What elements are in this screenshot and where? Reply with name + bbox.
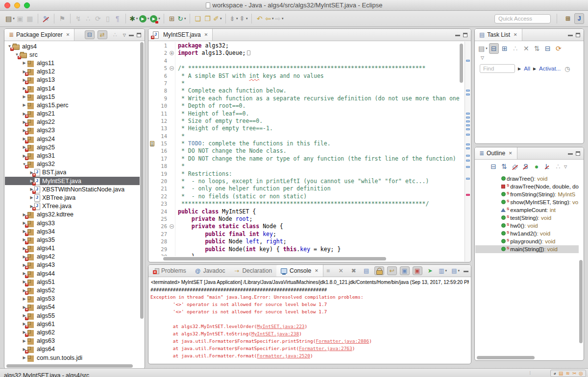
previous-annotation-icon[interactable]: ⇟▾ [229, 13, 239, 24]
new-task-icon[interactable]: ▤▾ [478, 43, 488, 54]
collapse-all-icon[interactable]: ⊟ [489, 161, 498, 172]
open-resource-icon[interactable]: ❐ [203, 13, 213, 24]
maximize-view-icon[interactable] [463, 33, 467, 37]
build-all-icon[interactable]: ↯ [74, 13, 83, 24]
outline-item-exampleCount[interactable]: SexampleCount : int [475, 206, 579, 214]
synchronize-icon[interactable]: ⟳ [554, 43, 564, 54]
external-tools-icon[interactable]: ✐▾ [213, 13, 222, 24]
info-marker[interactable] [466, 90, 470, 92]
info-marker[interactable] [466, 128, 470, 130]
tree-item-algs31[interactable]: ▶algs31 [5, 151, 140, 160]
word-wrap-icon[interactable]: ↩ [387, 266, 397, 275]
mylyn-book-icon[interactable]: ▤ [559, 371, 563, 376]
fold-column[interactable] [169, 238, 175, 245]
tree-item-algs62[interactable]: ▶algs62 [5, 328, 140, 336]
outline-item-hw1and2-[interactable]: Shw1and2() : void [475, 230, 579, 237]
view-menu-icon[interactable]: ▽ [564, 165, 567, 169]
expand-arrow-icon[interactable]: ▶ [533, 67, 536, 71]
warning-marker[interactable] [466, 194, 470, 196]
outline-vscrollbar[interactable] [579, 260, 583, 343]
new-untitled-file-icon[interactable]: ▯ [103, 13, 113, 24]
editor-vscrollbar[interactable] [460, 44, 463, 83]
code-editor-area[interactable]: 1package algs32;2+import algs13.Queue;45… [149, 42, 460, 256]
collapse-all-icon[interactable]: ⊟ [85, 30, 95, 39]
tree-item-algs61[interactable]: ▶algs61 [5, 320, 140, 328]
console-tab-console[interactable]: Console✕ [276, 265, 323, 277]
outline-item-main-String-[interactable]: Smain(String[]) : void [475, 245, 579, 253]
expand-arrow-icon[interactable]: ▶ [22, 94, 27, 99]
fold-collapse-icon[interactable]: − [170, 66, 174, 71]
info-marker[interactable] [466, 113, 470, 115]
fold-column[interactable] [169, 185, 175, 192]
expand-arrow-icon[interactable]: ▶ [22, 339, 27, 343]
hide-static-members-icon[interactable]: S [521, 161, 531, 172]
stacktrace-link[interactable]: Formatter.java:2763 [299, 346, 352, 351]
new-wizard-icon[interactable]: ▤▾ [5, 13, 15, 24]
stacktrace-link[interactable]: Formatter.java:2520 [257, 353, 310, 358]
fold-column[interactable] [169, 147, 175, 155]
fold-column[interactable] [169, 102, 175, 110]
view-menu-dots-icon[interactable]: ∴ [553, 161, 563, 172]
tree-item-MyIntSET.java[interactable]: ▶MyIntSET.java [5, 177, 140, 185]
maximize-view-icon[interactable] [576, 33, 580, 37]
fold-column[interactable] [169, 178, 175, 185]
scheduled-view-icon[interactable]: ⊞ [500, 43, 510, 54]
info-marker[interactable] [466, 60, 470, 62]
hide-fields-icon[interactable]: ◇ [510, 161, 520, 172]
package-explorer-vscrollbar[interactable] [140, 42, 144, 319]
package-explorer-tab[interactable]: ≣ Package Explorer ✕ [4, 29, 74, 41]
fold-column[interactable] [169, 80, 175, 87]
quick-access-input[interactable] [494, 14, 551, 24]
back-icon[interactable]: ⇦▾ [265, 13, 274, 24]
fold-column[interactable]: − [169, 223, 175, 230]
tree-item-algs15.perc[interactable]: ▶algs15.perc [5, 101, 140, 109]
run-last-tool-icon[interactable]: ∴ [83, 13, 93, 24]
tree-item-XBSTWithNonStaticNode.java[interactable]: ▶XBSTWithNonStaticNode.java [5, 185, 140, 193]
usage-globe-icon[interactable]: ◕ [553, 371, 556, 376]
expand-arrow-icon[interactable]: ▶ [22, 297, 27, 301]
tree-item-XBTree.java[interactable]: ▶XBTree.java [5, 193, 140, 202]
debug-icon[interactable]: ✱▾ [129, 13, 139, 24]
tree-item-algs53[interactable]: ▶algs53 [5, 295, 140, 303]
tree-item-algs22[interactable]: ▶algs22 [5, 118, 140, 126]
java-perspective-icon[interactable]: J [574, 13, 584, 24]
open-task-icon[interactable]: ⚑ [57, 13, 67, 24]
expand-arrow-icon[interactable]: ▶ [29, 195, 34, 200]
junit-icon[interactable]: ⊞ [167, 13, 177, 24]
console-tab-javadoc[interactable]: @Javadoc [191, 265, 230, 277]
coverage-icon[interactable]: ▶▾ [149, 13, 161, 24]
fold-column[interactable] [169, 57, 175, 65]
fold-column[interactable]: + [169, 49, 175, 57]
fold-column[interactable] [169, 125, 175, 132]
sort-icon[interactable]: ⇅ [499, 161, 509, 172]
close-icon[interactable]: ✕ [204, 32, 208, 37]
clear-console-icon[interactable]: ▤ [362, 266, 371, 275]
close-icon[interactable]: ✕ [514, 32, 517, 37]
tree-item-algs52[interactable]: ▶algs52 [5, 286, 140, 294]
minimize-view-icon[interactable] [129, 35, 134, 36]
fold-column[interactable] [169, 231, 175, 238]
tree-item-algs34[interactable]: ▶algs34 [5, 227, 140, 236]
info-marker[interactable] [466, 178, 470, 180]
expand-arrow-icon[interactable]: ▶ [22, 61, 27, 65]
expand-arrow-icon[interactable]: ▶ [518, 67, 521, 71]
show-on-stdout-icon[interactable]: ▣ [400, 266, 410, 275]
next-annotation-icon[interactable]: ⇞▾ [239, 13, 248, 24]
fold-column[interactable] [169, 215, 175, 223]
show-on-stderr-icon[interactable]: ▣ [413, 266, 422, 275]
fold-collapse-icon[interactable]: − [170, 224, 174, 229]
info-marker[interactable] [466, 134, 470, 136]
info-marker[interactable] [466, 147, 470, 149]
fold-column[interactable] [169, 155, 175, 163]
last-edit-location-icon[interactable]: ↶ [255, 13, 265, 24]
info-marker[interactable] [466, 94, 470, 95]
maximize-view-icon[interactable] [137, 33, 141, 37]
tree-item-algs33[interactable]: ▶algs33 [5, 219, 140, 227]
fold-column[interactable] [169, 253, 175, 256]
outline-tab[interactable]: ≣ Outline ✕ [475, 147, 517, 159]
open-perspective-icon[interactable]: ⊞ [563, 13, 573, 24]
fold-column[interactable]: − [169, 65, 175, 72]
info-marker[interactable] [466, 160, 470, 162]
fold-column[interactable] [169, 110, 175, 118]
close-icon[interactable]: ✕ [315, 268, 318, 273]
